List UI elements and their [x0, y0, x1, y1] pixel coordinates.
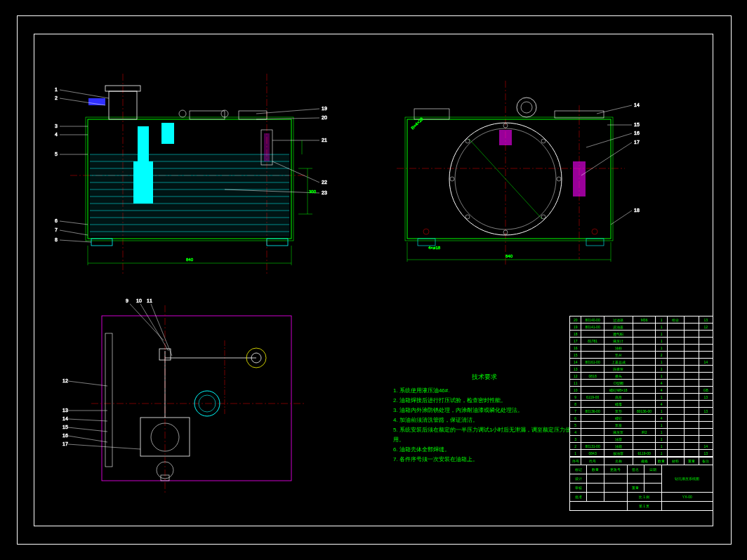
svg-text:16: 16	[62, 433, 68, 438]
bom-cell: 液压计	[604, 338, 633, 345]
bom-cell: 80136-00	[581, 408, 604, 415]
bom-cell	[633, 338, 656, 345]
bom-cell: 80161-00	[581, 359, 604, 366]
bom-cell	[633, 443, 656, 450]
notes-title: 技术要求	[393, 372, 576, 382]
bom-cell: 6119-00	[581, 394, 604, 401]
bom-cell: 螺钉M8×18	[604, 387, 633, 394]
bom-cell	[633, 366, 656, 373]
svg-text:11: 11	[147, 298, 152, 303]
bom-row: 120818接头1	[570, 373, 713, 380]
bom-cell	[581, 422, 604, 429]
bom-cell	[667, 380, 684, 387]
bom-row: 15垫片2	[570, 352, 713, 359]
note-line: 2. 油箱焊接后进行打压试验，检查密封性能。	[393, 396, 576, 406]
bom-cell	[667, 345, 684, 352]
bom-cell	[699, 380, 713, 387]
note-line: 6. 油箱壳体全部焊缝。	[393, 445, 576, 455]
bom-cell: 13	[699, 394, 713, 401]
bom-cell: 8	[570, 401, 581, 408]
bom-cell	[667, 338, 684, 345]
bom-cell: 7	[570, 408, 581, 415]
title-block-lower: 标记 数量 更改号 签名 日期 钻孔液压系统图 设计 审核重量 批准 比 1 例…	[569, 465, 713, 511]
bom-cell: M36	[633, 316, 656, 324]
bom-row: 4液压泵/R21	[570, 429, 713, 436]
bom-cell: 1	[656, 394, 667, 401]
note-line: 3. 油箱内外涂防锈处理，内涂耐油漆或磷化处理法。	[393, 406, 576, 415]
bom-cell	[685, 394, 699, 401]
bom-cell: 80136-00	[633, 408, 656, 415]
bom-cell	[699, 338, 713, 345]
bom-cell	[667, 387, 684, 394]
bom-cell	[685, 387, 699, 394]
bom-cell: O型圈	[604, 380, 633, 387]
bom-cell: 81781	[581, 338, 604, 345]
bom-cell	[667, 366, 684, 373]
bom-cell	[685, 373, 699, 380]
bom-cell	[685, 338, 699, 345]
bom-cell: 20	[570, 316, 581, 324]
bom-cell	[667, 436, 684, 443]
bom-cell: 4	[570, 429, 581, 436]
bom-cell	[699, 415, 713, 422]
bom-row: 11O型圈4	[570, 380, 713, 387]
bom-cell	[685, 422, 699, 429]
bom-cell: 1	[656, 359, 667, 366]
bom-cell	[685, 436, 699, 443]
bom-cell	[581, 415, 604, 422]
bom-cell	[685, 415, 699, 422]
bom-cell	[685, 324, 699, 331]
bom-cell	[633, 359, 656, 366]
bom-cell: 1	[656, 331, 667, 338]
bom-cell: 螺钉	[604, 415, 633, 422]
bom-cell: 13	[699, 450, 713, 457]
bom-cell: 1	[656, 345, 667, 352]
bom-cell	[633, 415, 656, 422]
bom-cell	[685, 408, 699, 415]
bom-cell: 泵垫	[604, 408, 633, 415]
bom-cell: 15	[570, 352, 581, 359]
bom-cell	[633, 352, 656, 359]
bom-row: 96119-00底座113	[570, 394, 713, 401]
bom-cell: 13	[699, 316, 713, 324]
bom-row: 10螺钉M8×184GB	[570, 387, 713, 394]
bom-row: 1980141-00进油盖112	[570, 324, 713, 331]
bom-cell	[667, 415, 684, 422]
technical-notes: 技术要求 1. 系统使用液压油46#. 2. 油箱焊接后进行打压试验，检查密封性…	[393, 372, 576, 465]
bom-row: 3油塞1	[570, 436, 713, 443]
bom-row: 10843放油塞6119-00113	[570, 450, 713, 457]
note-line: 5. 系统安装后须在额定的一半压力调试1小时后无泄漏，调至额定压力使用。	[393, 425, 576, 445]
bom-cell: 1	[656, 338, 667, 345]
bom-cell: 2	[656, 352, 667, 359]
bom-cell: 垫片	[604, 352, 633, 359]
cad-viewport: 1 2 3 4 5 6 7 8 19 20 21 22 23 840	[0, 0, 747, 560]
bom-cell	[667, 324, 684, 331]
bom-cell: 14	[570, 359, 581, 366]
bom-cell: 4	[656, 387, 667, 394]
bom-cell	[633, 380, 656, 387]
bom-cell: 5	[570, 422, 581, 429]
bom-row: 16油标1	[570, 345, 713, 352]
bom-row: 13连接管1	[570, 366, 713, 373]
bom-cell: 80141-00	[581, 324, 604, 331]
svg-text:15: 15	[62, 425, 68, 429]
bom-cell	[667, 331, 684, 338]
svg-text:10: 10	[136, 298, 142, 303]
bom-cell	[667, 408, 684, 415]
bom-row: 8螺母4	[570, 401, 713, 408]
bom-cell: 1	[656, 324, 667, 331]
bom-cell: 14	[699, 359, 713, 366]
bom-row: 280131-00油箱114	[570, 443, 713, 450]
bom-cell: 1	[656, 366, 667, 373]
bom-cell	[667, 359, 684, 366]
bom-cell	[581, 331, 604, 338]
bom-cell	[581, 345, 604, 352]
bom-cell: 通气帽	[604, 331, 633, 338]
bom-cell: 9	[570, 394, 581, 401]
bom-cell	[667, 373, 684, 380]
bom-cell: 1	[656, 373, 667, 380]
bom-cell	[633, 436, 656, 443]
bom-cell	[685, 345, 699, 352]
bom-cell: 3	[570, 436, 581, 443]
bom-cell: 接头	[604, 373, 633, 380]
